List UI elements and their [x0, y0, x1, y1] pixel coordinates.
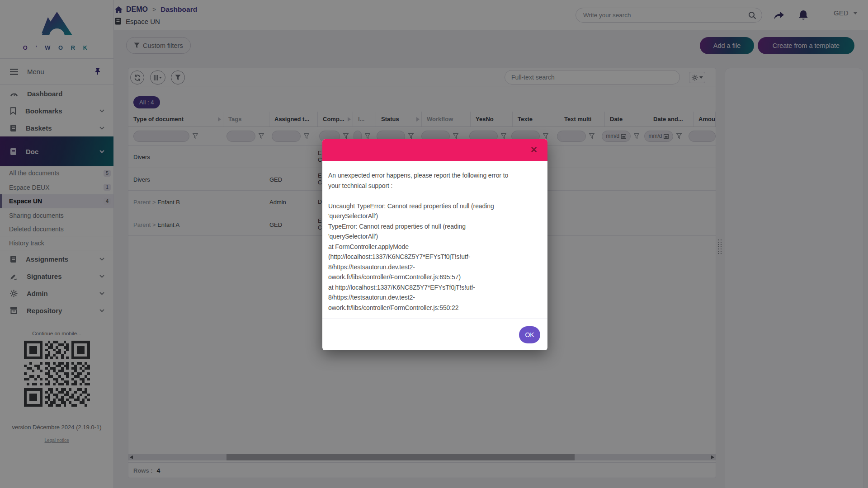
error-modal: ✕ An unexpected error happens, please re…	[322, 139, 547, 350]
close-icon[interactable]: ✕	[528, 145, 539, 155]
error-modal-header: ✕	[322, 139, 547, 161]
app-screen: O ' W O R K Menu Dashboard Book	[0, 0, 868, 488]
error-message: An unexpected error happens, please repo…	[322, 161, 547, 319]
error-modal-footer: OK	[322, 319, 547, 350]
ok-button[interactable]: OK	[519, 326, 540, 343]
